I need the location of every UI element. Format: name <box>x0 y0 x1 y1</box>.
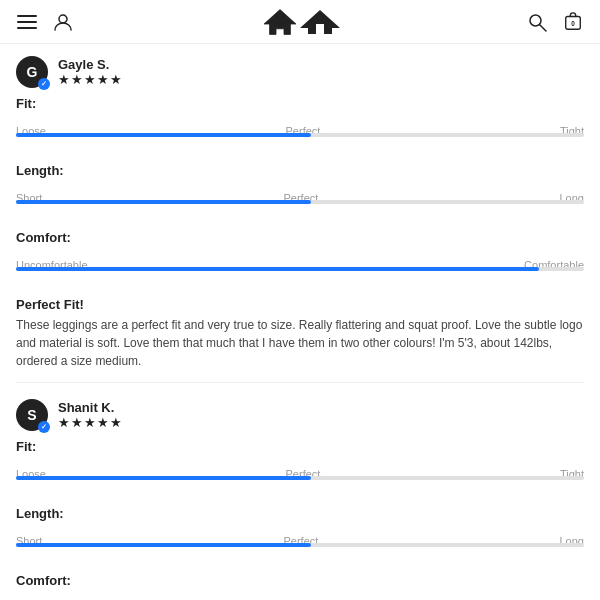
svg-line-7 <box>540 25 546 31</box>
header-right: 0 <box>526 11 584 33</box>
menu-icon[interactable] <box>16 11 38 33</box>
svg-text:0: 0 <box>571 19 575 26</box>
reviewer-header: GGayle S.★★★★★ <box>16 56 584 88</box>
svg-rect-1 <box>17 21 37 23</box>
metric-label: Length: <box>16 506 584 521</box>
reviewer-name: Gayle S. <box>58 57 123 72</box>
star-rating: ★★★★★ <box>58 415 123 430</box>
slider-track <box>16 267 584 271</box>
metric-row-1: Length:ShortPerfectLong <box>16 163 584 220</box>
svg-point-3 <box>59 15 67 23</box>
reviewer-info: Gayle S.★★★★★ <box>58 57 123 87</box>
user-icon[interactable] <box>52 11 74 33</box>
metric-row-1: Length:ShortPerfectLong <box>16 506 584 563</box>
review-2: SShanit K.★★★★★Fit:LoosePerfectTightLeng… <box>16 399 584 600</box>
reviewer-info: Shanit K.★★★★★ <box>58 400 123 430</box>
slider-fill <box>16 267 539 271</box>
svg-point-6 <box>530 15 541 26</box>
star-rating: ★★★★★ <box>58 72 123 87</box>
metric-row-2: Comfort:UncomfortableComfortable <box>16 573 584 600</box>
review-1: GGayle S.★★★★★Fit:LoosePerfectTightLengt… <box>16 56 584 383</box>
slider-fill <box>16 543 311 547</box>
metric-label: Comfort: <box>16 573 584 588</box>
cart-icon[interactable]: 0 <box>562 11 584 33</box>
svg-rect-2 <box>17 27 37 29</box>
reviews-container: GGayle S.★★★★★Fit:LoosePerfectTightLengt… <box>0 44 600 600</box>
search-icon[interactable] <box>526 11 548 33</box>
avatar: G <box>16 56 48 88</box>
review-body: These leggings are a perfect fit and ver… <box>16 316 584 370</box>
avatar: S <box>16 399 48 431</box>
header-left <box>16 11 74 33</box>
metric-label: Fit: <box>16 439 584 454</box>
review-title: Perfect Fit! <box>16 297 584 312</box>
reviewer-header: SShanit K.★★★★★ <box>16 399 584 431</box>
metric-label: Comfort: <box>16 230 584 245</box>
slider-container: UncomfortableComfortable <box>16 259 584 287</box>
verified-badge <box>38 421 50 433</box>
slider-fill <box>16 200 311 204</box>
slider-container: LoosePerfectTight <box>16 125 584 153</box>
slider-fill <box>16 133 311 137</box>
verified-badge <box>38 78 50 90</box>
svg-marker-4 <box>300 10 340 34</box>
slider-track <box>16 476 584 480</box>
slider-track <box>16 543 584 547</box>
review-divider <box>16 382 584 383</box>
metric-row-0: Fit:LoosePerfectTight <box>16 96 584 153</box>
slider-container: ShortPerfectLong <box>16 535 584 563</box>
metric-label: Length: <box>16 163 584 178</box>
metric-label: Fit: <box>16 96 584 111</box>
slider-container: ShortPerfectLong <box>16 192 584 220</box>
logo[interactable] <box>260 8 340 36</box>
reviewer-name: Shanit K. <box>58 400 123 415</box>
slider-track <box>16 200 584 204</box>
slider-track <box>16 133 584 137</box>
metric-row-0: Fit:LoosePerfectTight <box>16 439 584 496</box>
svg-rect-0 <box>17 15 37 17</box>
metric-row-2: Comfort:UncomfortableComfortable <box>16 230 584 287</box>
slider-container: LoosePerfectTight <box>16 468 584 496</box>
app-header: 0 <box>0 0 600 44</box>
slider-fill <box>16 476 311 480</box>
